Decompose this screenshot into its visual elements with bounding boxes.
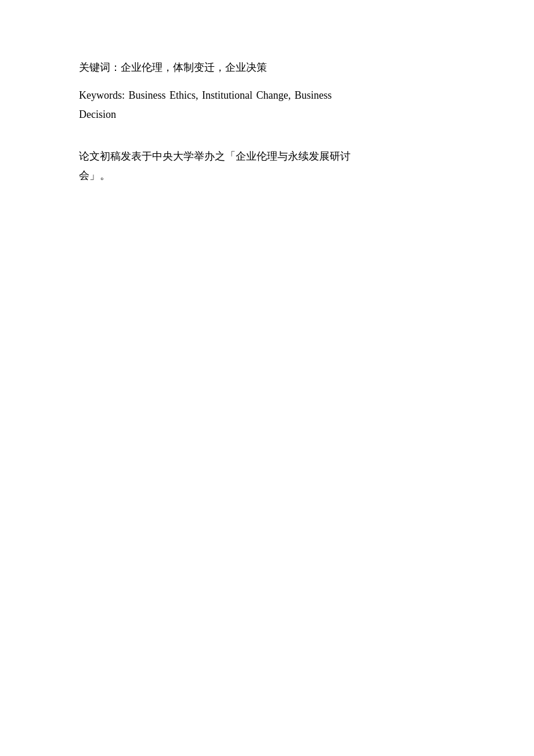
keywords-english-line2: Decision xyxy=(79,105,455,124)
note-line1: 论文初稿发表于中央大学举办之「企业伦理与永续发展研讨 xyxy=(79,147,455,165)
note-line2: 会」。 xyxy=(79,166,455,185)
note-block: 论文初稿发表于中央大学举办之「企业伦理与永续发展研讨 会」。 xyxy=(79,147,455,185)
keywords-chinese: 关键词：企业伦理，体制变迁，企业决策 xyxy=(79,58,455,77)
keywords-english-block: Keywords: Business Ethics, Institutional… xyxy=(79,86,455,124)
page-container: 关键词：企业伦理，体制变迁，企业决策 Keywords: Business Et… xyxy=(0,0,534,756)
keywords-english-line1: Keywords: Business Ethics, Institutional… xyxy=(79,86,455,105)
